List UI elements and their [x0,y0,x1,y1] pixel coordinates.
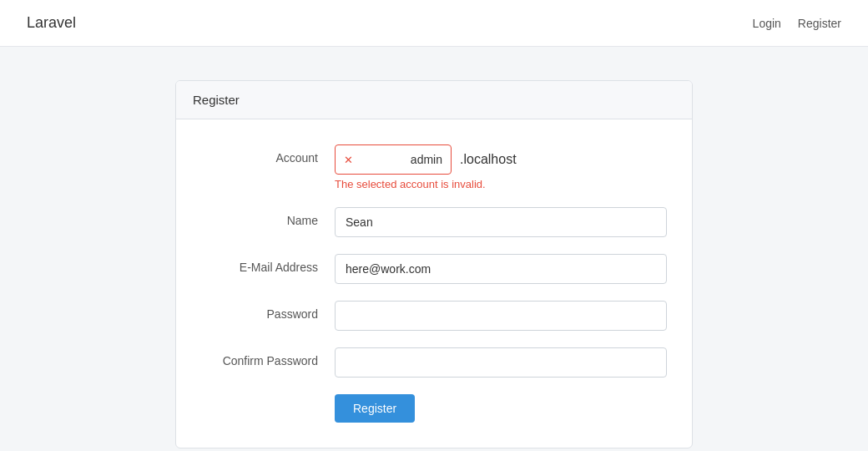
confirm-password-label: Confirm Password [201,347,335,367]
name-form-group: Name [201,207,667,237]
register-card: Register Account ✕ admin .localhost The … [175,80,693,448]
navbar: Laravel Login Register [0,0,868,47]
email-input[interactable] [335,254,667,284]
email-label: E-Mail Address [201,254,335,274]
password-input[interactable] [335,301,667,331]
password-label: Password [201,301,335,321]
register-link[interactable]: Register [798,17,841,30]
password-form-group: Password [201,301,667,331]
card-header: Register [176,81,692,119]
account-input-row: ✕ admin .localhost [335,144,667,175]
brand-logo: Laravel [27,14,76,32]
account-clear-icon[interactable]: ✕ [344,154,353,166]
email-form-group: E-Mail Address [201,254,667,284]
navbar-links: Login Register [753,17,841,30]
confirm-password-input[interactable] [335,347,667,378]
confirm-password-control-wrap [335,347,667,378]
account-error: The selected account is invalid. [335,178,667,190]
account-form-group: Account ✕ admin .localhost The selected … [201,144,667,190]
account-suffix: .localhost [460,152,517,167]
name-input[interactable] [335,207,667,237]
confirm-password-form-group: Confirm Password [201,347,667,378]
account-value: admin [358,153,442,166]
login-link[interactable]: Login [753,17,781,30]
name-label: Name [201,207,335,227]
register-button[interactable]: Register [335,394,415,423]
account-control-wrap: ✕ admin .localhost The selected account … [335,144,667,190]
name-control-wrap [335,207,667,237]
main-content: Register Account ✕ admin .localhost The … [0,47,868,448]
card-body: Account ✕ admin .localhost The selected … [176,119,692,448]
account-label: Account [201,144,335,165]
submit-row: Register [201,394,667,423]
password-control-wrap [335,301,667,331]
email-control-wrap [335,254,667,284]
card-title: Register [193,93,240,107]
account-input-box[interactable]: ✕ admin [335,144,452,175]
